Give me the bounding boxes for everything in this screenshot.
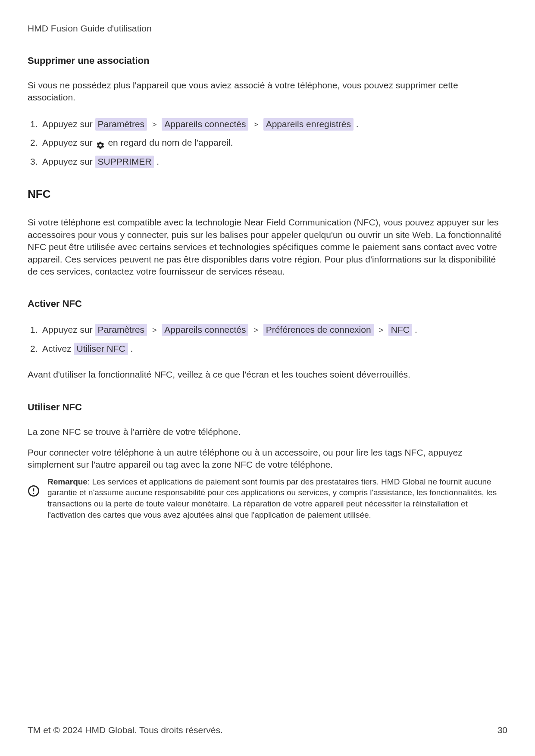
use-nfc-p2: Pour connecter votre téléphone à un autr… xyxy=(28,447,507,471)
chip-appareils-enregistres: Appareils enregistrés xyxy=(263,118,354,131)
list-item: Activez Utiliser NFC . xyxy=(33,341,507,356)
step-text: . xyxy=(131,344,133,353)
step-text: Appuyez sur xyxy=(42,137,95,147)
copyright-text: TM et © 2024 HMD Global. Tous droits rés… xyxy=(28,725,223,735)
step-text: Appuyez sur xyxy=(42,325,95,334)
note-text: Remarque: Les services et applications d… xyxy=(47,476,507,521)
step-text: Activez xyxy=(42,344,74,353)
chip-preferences-connexion: Préférences de connexion xyxy=(263,324,374,336)
step-text: Appuyez sur xyxy=(42,156,95,166)
delete-steps-list: Appuyez sur Paramètres > Appareils conne… xyxy=(33,117,507,169)
note-body: : Les services et applications de paieme… xyxy=(47,477,497,519)
chip-utiliser-nfc: Utiliser NFC xyxy=(74,343,128,355)
list-item: Appuyez sur SUPPRIMER . xyxy=(33,154,507,169)
chevron-right-icon: > xyxy=(152,119,157,131)
use-nfc-p1: La zone NFC se trouve à l'arrière de vot… xyxy=(28,426,507,438)
chevron-right-icon: > xyxy=(253,324,258,337)
delete-intro-text: Si vous ne possédez plus l'appareil que … xyxy=(28,79,507,104)
heading-utiliser-nfc: Utiliser NFC xyxy=(28,402,507,413)
note-block: Remarque: Les services et applications d… xyxy=(28,476,507,521)
chip-parametres: Paramètres xyxy=(95,324,147,336)
doc-title: HMD Fusion Guide d'utilisation xyxy=(28,23,507,34)
chip-parametres: Paramètres xyxy=(95,118,147,131)
step-text: Appuyez sur xyxy=(42,119,95,129)
chevron-right-icon: > xyxy=(379,324,384,337)
step-text: . xyxy=(415,325,417,334)
chip-appareils-connectes: Appareils connectés xyxy=(162,118,248,131)
note-label: Remarque xyxy=(47,477,88,486)
step-text: . xyxy=(156,156,159,166)
list-item: Appuyez sur Paramètres > Appareils conne… xyxy=(33,117,507,131)
list-item: Appuyez sur en regard du nom de l'appare… xyxy=(33,135,507,150)
heading-delete-association: Supprimer une association xyxy=(28,55,507,66)
activate-steps-list: Appuyez sur Paramètres > Appareils conne… xyxy=(33,322,507,356)
svg-point-2 xyxy=(33,493,34,494)
chip-supprimer: SUPPRIMER xyxy=(95,156,154,168)
heading-nfc: NFC xyxy=(28,187,507,201)
page-footer: TM et © 2024 HMD Global. Tous droits rés… xyxy=(28,725,507,735)
nfc-intro-text: Si votre téléphone est compatible avec l… xyxy=(28,216,507,278)
warning-icon xyxy=(28,485,40,497)
gear-icon xyxy=(96,139,105,148)
chip-nfc: NFC xyxy=(388,324,412,336)
list-item: Appuyez sur Paramètres > Appareils conne… xyxy=(33,322,507,337)
chip-appareils-connectes: Appareils connectés xyxy=(162,324,248,336)
chevron-right-icon: > xyxy=(152,324,157,337)
step-text: . xyxy=(356,119,359,129)
heading-activer-nfc: Activer NFC xyxy=(28,298,507,309)
nfc-unlock-note: Avant d'utiliser la fonctionnalité NFC, … xyxy=(28,369,507,381)
chevron-right-icon: > xyxy=(253,119,258,131)
step-text: en regard du nom de l'appareil. xyxy=(108,137,233,147)
page-number: 30 xyxy=(497,725,507,735)
